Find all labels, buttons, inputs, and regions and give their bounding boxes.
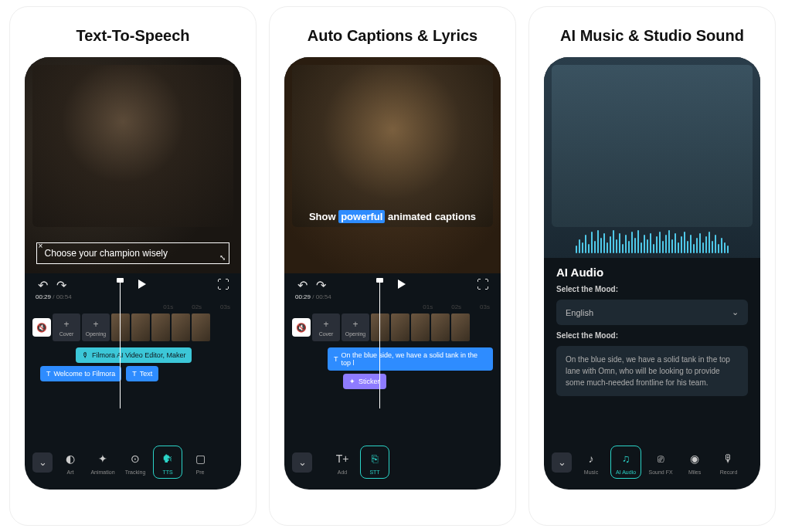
card-title: Auto Captions & Lyrics xyxy=(308,27,477,45)
tool-tracking[interactable]: ⊙Tracking xyxy=(121,449,150,475)
expand-icon[interactable]: ⤡ xyxy=(219,253,226,262)
playhead[interactable] xyxy=(379,283,380,408)
timeline-tracks[interactable]: 🔇 +Cover +Opening T On the blue side, we… xyxy=(284,313,501,439)
collapse-button[interactable]: ⌄ xyxy=(552,452,572,473)
waveform xyxy=(544,229,760,258)
text-chip[interactable]: T Welcome to Filmora xyxy=(40,366,121,381)
text-overlay-box[interactable]: × Choose your champion wisely ⤡ xyxy=(36,242,230,264)
tool-animation[interactable]: ✦Animation xyxy=(88,449,117,475)
mute-button[interactable]: 🔇 xyxy=(292,318,311,337)
bottom-toolbar: ⌄ ◐Art ✦Animation ⊙Tracking 🗣TTS ▢Pre xyxy=(25,439,241,490)
redo-icon[interactable]: ↷ xyxy=(54,278,68,292)
playhead[interactable] xyxy=(120,283,121,408)
caption-overlay: Show powerful animated captions xyxy=(284,211,501,222)
timeline-ticks: 01s02s03s xyxy=(25,303,241,313)
timeline-tracks[interactable]: 🔇 +Cover +Opening 🎙 Filmora AI Video Edi… xyxy=(25,313,241,439)
opening-slot[interactable]: +Opening xyxy=(82,313,110,341)
panel-title: AI Audio xyxy=(556,266,748,279)
mood-label-1: Select the Mood: xyxy=(556,285,748,293)
mute-button[interactable]: 🔇 xyxy=(32,318,51,337)
tool-art[interactable]: ◐Art xyxy=(56,449,85,475)
feature-card-tts: Text-To-Speech × Choose your champion wi… xyxy=(9,6,257,526)
redo-icon[interactable]: ↷ xyxy=(314,278,328,292)
collapse-button[interactable]: ⌄ xyxy=(32,452,53,473)
tool-soundfx[interactable]: ⎚Sound FX xyxy=(646,449,675,475)
timecode: 00:29 / 00:54 xyxy=(284,293,501,303)
player-controls: ↶ ↷ ⛶ xyxy=(25,273,241,293)
cover-slot[interactable]: +Cover xyxy=(312,313,340,341)
undo-icon[interactable]: ↶ xyxy=(36,278,49,292)
cover-slot[interactable]: +Cover xyxy=(53,313,80,341)
tool-add[interactable]: T+Add xyxy=(328,449,357,475)
prompt-textarea[interactable]: On the blue side, we have a solid tank i… xyxy=(556,346,748,396)
caption-chip[interactable]: T On the blue side, we have a solid tank… xyxy=(328,347,493,371)
fullscreen-icon[interactable]: ⛶ xyxy=(216,278,230,292)
tool-stt[interactable]: ⎘STT xyxy=(360,446,389,479)
highlighted-word: powerful xyxy=(338,210,385,223)
clip-thumb[interactable] xyxy=(131,313,150,341)
opening-slot[interactable]: +Opening xyxy=(342,313,369,341)
tool-tts[interactable]: 🗣TTS xyxy=(153,446,182,479)
card-title: Text-To-Speech xyxy=(76,27,189,45)
video-preview[interactable]: Show powerful animated captions xyxy=(284,57,501,273)
clip-thumb[interactable] xyxy=(172,313,190,341)
timecode: 00:29 / 00:54 xyxy=(25,293,241,303)
player-controls: ↶ ↷ ⛶ xyxy=(284,273,501,293)
tool-preview[interactable]: ▢Pre xyxy=(185,449,215,475)
clip-thumb[interactable] xyxy=(391,313,409,341)
clip-thumb[interactable] xyxy=(151,313,170,341)
tool-miles[interactable]: ◉Miles xyxy=(680,449,709,475)
bottom-toolbar: ⌄ T+Add ⎘STT xyxy=(284,439,501,490)
preview-person xyxy=(292,65,493,227)
tts-chip[interactable]: 🎙 Filmora AI Video Editor, Maker xyxy=(76,347,192,363)
mood-label-2: Select the Mood: xyxy=(556,331,748,340)
overlay-text: Choose your champion wisely xyxy=(45,248,168,259)
card-title: AI Music & Studio Sound xyxy=(560,27,744,45)
video-preview[interactable] xyxy=(544,57,760,258)
timeline-ticks: 01s02s03s xyxy=(284,303,501,313)
phone-mock-1: × Choose your champion wisely ⤡ ↶ ↷ ⛶ 00… xyxy=(25,57,241,490)
clip-thumb[interactable] xyxy=(411,313,430,341)
preview-person xyxy=(552,65,753,227)
video-preview[interactable]: × Choose your champion wisely ⤡ xyxy=(25,57,241,273)
phone-mock-3: AI Audio Select the Mood: English ⌄ Sele… xyxy=(544,57,760,490)
language-select[interactable]: English ⌄ xyxy=(556,300,748,325)
clip-thumb[interactable] xyxy=(431,313,450,341)
chevron-down-icon: ⌄ xyxy=(732,307,739,317)
phone-mock-2: Show powerful animated captions ↶ ↷ ⛶ 00… xyxy=(284,57,501,490)
clip-thumb[interactable] xyxy=(192,313,210,341)
tool-ai-audio[interactable]: ♫AI Audio xyxy=(610,446,641,479)
feature-card-captions: Auto Captions & Lyrics Show powerful ani… xyxy=(269,6,516,526)
clip-thumb[interactable] xyxy=(451,313,470,341)
close-icon[interactable]: × xyxy=(39,242,43,250)
play-button[interactable] xyxy=(398,280,406,289)
ai-audio-panel: AI Audio Select the Mood: English ⌄ Sele… xyxy=(544,258,760,439)
bottom-toolbar: ⌄ ♪Music ♫AI Audio ⎚Sound FX ◉Miles 🎙Rec… xyxy=(544,439,760,490)
fullscreen-icon[interactable]: ⛶ xyxy=(476,278,490,292)
collapse-button[interactable]: ⌄ xyxy=(292,452,312,473)
preview-person xyxy=(32,65,233,227)
undo-icon[interactable]: ↶ xyxy=(295,278,309,292)
text-chip[interactable]: T Text xyxy=(126,366,158,381)
play-button[interactable] xyxy=(138,280,146,289)
tool-music[interactable]: ♪Music xyxy=(576,449,606,475)
tool-record[interactable]: 🎙Record xyxy=(714,449,743,475)
feature-card-aimusic: AI Music & Studio Sound AI Audio Select … xyxy=(528,6,776,526)
